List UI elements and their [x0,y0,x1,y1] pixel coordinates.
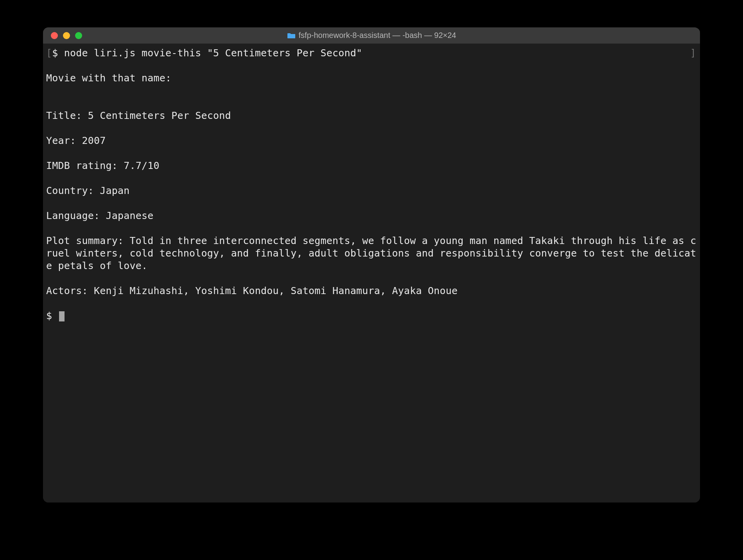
minimize-button[interactable] [63,32,70,39]
output-line: Title: 5 Centimeters Per Second [46,109,697,122]
output-line: Movie with that name: [46,72,697,84]
output-line: IMDB rating: 7.7/10 [46,160,697,172]
output-line: Language: Japanese [46,210,697,222]
prompt-symbol: $ [52,47,64,59]
traffic-lights [43,32,82,39]
output-line: Plot summary: Told in three interconnect… [46,235,697,272]
prompt-symbol: $ [46,310,58,321]
output-line: Actors: Kenji Mizuhashi, Yoshimi Kondou,… [46,285,697,297]
right-bracket: ] [690,47,696,59]
left-bracket: [ [46,47,52,59]
cursor [59,311,65,321]
terminal-window: fsfp-homework-8-assistant — -bash — 92×2… [43,27,700,503]
close-button[interactable] [51,32,58,39]
command-text: node liri.js movie-this "5 Centimeters P… [64,47,363,59]
maximize-button[interactable] [75,32,82,39]
titlebar: fsfp-homework-8-assistant — -bash — 92×2… [43,27,700,44]
output-line: Year: 2007 [46,135,697,147]
window-title: fsfp-homework-8-assistant — -bash — 92×2… [299,31,456,40]
output-line: Country: Japan [46,185,697,197]
terminal-body[interactable]: [$ node liri.js movie-this "5 Centimeter… [43,44,700,503]
folder-icon [287,32,296,39]
title-area: fsfp-homework-8-assistant — -bash — 92×2… [43,31,700,40]
